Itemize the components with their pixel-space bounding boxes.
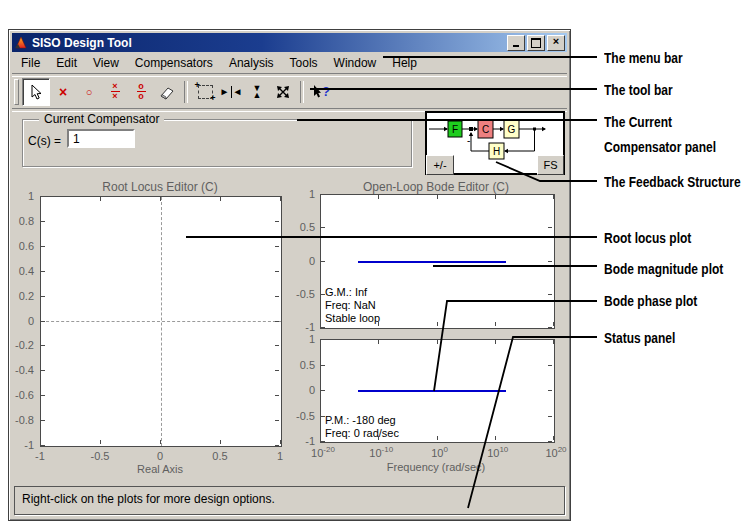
close-button[interactable]: × <box>547 35 565 51</box>
restore-view-button[interactable] <box>270 79 296 105</box>
help-pointer-icon <box>312 84 322 99</box>
tick-mark <box>495 436 496 440</box>
tick-label: -0.5 <box>91 450 110 462</box>
tick-label: -1 <box>24 439 34 451</box>
real-axis-dashed-line <box>41 321 281 322</box>
tick-label: -0.8 <box>15 414 34 426</box>
tick-label: 0.8 <box>19 215 34 227</box>
tick-mark <box>548 194 552 195</box>
tick-mark <box>548 339 552 340</box>
tick-mark <box>321 441 325 442</box>
tick-label: 10-20 <box>311 445 335 459</box>
add-real-pole-button[interactable]: × <box>50 79 76 105</box>
phase-curve[interactable] <box>358 390 506 392</box>
add-complex-pole-icon: ×× <box>111 82 120 101</box>
erase-tool-button[interactable] <box>154 79 180 105</box>
gain-margin-text: G.M.: Inf Freq: NaN Stable loop <box>325 286 380 325</box>
svg-text:-: - <box>467 135 470 146</box>
annotation-bode-phase: Bode phase plot <box>604 292 697 309</box>
tick-mark <box>548 227 552 228</box>
tick-mark <box>40 440 41 444</box>
tick-mark <box>378 195 379 199</box>
root-locus-plot[interactable] <box>40 196 282 447</box>
tick-mark <box>41 445 45 446</box>
tick-mark <box>160 197 161 201</box>
compensator-input[interactable] <box>67 129 135 148</box>
menu-window[interactable]: Window <box>326 54 385 72</box>
zoom-y-button[interactable]: ▼▲ <box>244 79 270 105</box>
tick-mark <box>41 395 45 396</box>
pointer-tool-button[interactable] <box>22 78 50 106</box>
tick-mark <box>275 271 279 272</box>
menu-edit[interactable]: Edit <box>48 54 85 72</box>
tick-label: -0.6 <box>15 389 34 401</box>
tick-label: 0 <box>157 450 163 462</box>
tick-mark <box>41 345 45 346</box>
svg-text:G: G <box>508 124 516 135</box>
tick-mark <box>378 322 379 326</box>
tick-mark <box>275 246 279 247</box>
help-question-icon: ? <box>322 84 330 99</box>
tick-mark <box>41 370 45 371</box>
minimize-button[interactable] <box>507 35 525 51</box>
toolbar-grip-icon[interactable] <box>14 79 19 105</box>
tick-label: 0.4 <box>19 265 34 277</box>
menu-analysis[interactable]: Analysis <box>221 54 282 72</box>
tick-mark <box>548 327 552 328</box>
add-complex-zero-button[interactable]: oo <box>128 79 154 105</box>
tick-label: 0.5 <box>300 359 315 371</box>
add-complex-pole-button[interactable]: ×× <box>102 79 128 105</box>
tick-mark <box>548 365 552 366</box>
tick-mark <box>220 197 221 201</box>
help-tool-button[interactable]: ? <box>308 79 334 105</box>
menu-view[interactable]: View <box>85 54 127 72</box>
zoom-rect-icon: ++ <box>198 85 213 99</box>
feedback-structure-panel[interactable]: F - C G H +/- FS <box>425 111 565 175</box>
phase-margin-text: P.M.: -180 deg Freq: 0 rad/sec <box>325 414 399 440</box>
menu-bar: File Edit View Compensators Analysis Too… <box>13 53 566 73</box>
magnitude-curve[interactable] <box>358 261 506 263</box>
tick-label: 100 <box>431 445 448 459</box>
tick-mark <box>378 340 379 344</box>
matlab-icon <box>14 36 28 50</box>
tick-mark <box>320 322 321 326</box>
compress-x-icon: ►◄ <box>220 86 243 98</box>
tick-mark <box>437 322 438 326</box>
bode-phase-plot[interactable]: P.M.: -180 deg Freq: 0 rad/sec <box>320 339 555 443</box>
zoom-rect-button[interactable]: ++ <box>192 79 218 105</box>
tick-mark <box>280 440 281 444</box>
fs-button[interactable]: FS <box>537 155 564 175</box>
tick-label: 0 <box>309 255 315 267</box>
menu-file[interactable]: File <box>13 54 48 72</box>
tick-label: 0 <box>309 384 315 396</box>
add-complex-zero-icon: oo <box>137 82 146 101</box>
tick-label: 1 <box>309 188 315 200</box>
menu-compensators[interactable]: Compensators <box>127 54 221 72</box>
tick-mark <box>548 416 552 417</box>
tick-mark <box>275 420 279 421</box>
title-bar[interactable]: SISO Design Tool × <box>12 33 567 52</box>
status-panel: Right-click on the plots for more design… <box>14 486 565 515</box>
maximize-button[interactable] <box>527 35 545 51</box>
tick-mark <box>321 416 325 417</box>
zoom-x-button[interactable]: ►◄ <box>218 79 244 105</box>
close-icon: × <box>553 36 559 47</box>
tick-mark <box>40 197 41 201</box>
sign-toggle-button[interactable]: +/- <box>426 155 454 175</box>
bode-magnitude-plot[interactable]: G.M.: Inf Freq: NaN Stable loop <box>320 194 555 329</box>
add-real-zero-button[interactable]: ○ <box>76 79 102 105</box>
tick-mark <box>41 196 45 197</box>
menu-help[interactable]: Help <box>384 54 425 72</box>
tick-label: 1010 <box>487 445 508 459</box>
tick-mark <box>275 345 279 346</box>
annotation-compensator-line2: Compensator panel <box>604 138 716 155</box>
minimize-icon <box>513 45 519 47</box>
annotation-tool-bar: The tool bar <box>604 81 673 98</box>
tick-label: 0.6 <box>19 240 34 252</box>
menu-tools[interactable]: Tools <box>282 54 326 72</box>
window-title: SISO Design Tool <box>32 36 132 50</box>
tick-mark <box>495 322 496 326</box>
tick-mark <box>321 327 325 328</box>
tick-mark <box>321 194 325 195</box>
tick-mark <box>41 221 45 222</box>
